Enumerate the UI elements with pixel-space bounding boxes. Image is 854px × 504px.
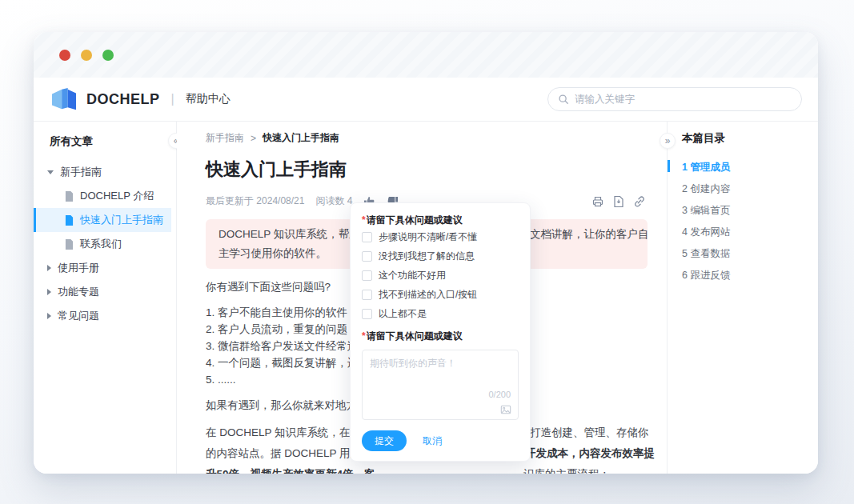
closing-text: 识库的主要流程： <box>523 464 610 474</box>
doc-icon <box>65 191 74 202</box>
sidebar-title: 所有文章 <box>50 134 168 149</box>
feedback-option-row[interactable]: 这个功能不好用 <box>362 266 519 285</box>
expand-toc-icon[interactable]: » <box>660 133 676 149</box>
search-box[interactable] <box>547 87 802 111</box>
tree-label: 常见问题 <box>58 309 99 323</box>
tree-label: 使用手册 <box>58 261 99 275</box>
toc-item-follow-feedback[interactable]: 6 跟进反馈 <box>668 265 818 286</box>
checkbox-label: 步骤说明不清晰/看不懂 <box>379 230 477 244</box>
char-counter: 0/200 <box>488 390 511 399</box>
feedback-option-row[interactable]: 没找到我想了解的信息 <box>362 247 519 266</box>
toc-item-create-content[interactable]: 2 创建内容 <box>668 178 818 200</box>
caret-down-icon <box>47 170 54 174</box>
caret-right-icon <box>47 313 51 319</box>
caret-right-icon <box>47 265 51 271</box>
dialog-section-label: *请留下具体问题或建议 <box>362 214 519 227</box>
sidebar-item-feature-topics[interactable]: 功能专题 <box>34 280 171 304</box>
breadcrumb: 新手指南 > 快速入门上手指南 <box>206 131 648 145</box>
feedback-option-row[interactable]: 以上都不是 <box>362 305 519 323</box>
toc-item-view-data[interactable]: 5 查看数据 <box>668 243 818 265</box>
sidebar-item-xinshou-zhinan[interactable]: 新手指南 <box>34 160 171 184</box>
updated-date: 最后更新于 2024/08/21 <box>206 194 304 208</box>
toc-title: 本篇目录 <box>668 131 818 146</box>
checkbox[interactable] <box>362 290 372 300</box>
article-tree: 新手指南 DOCHELP 介绍 快速入门上手指南 联系我们 使用手册 <box>34 160 176 328</box>
tree-label: 功能专题 <box>58 285 99 299</box>
toc-list: 1 管理成员 2 创建内容 3 编辑首页 4 发布网站 5 查看数据 6 跟进反… <box>668 157 818 286</box>
checkbox-label: 以上都不是 <box>379 307 427 321</box>
checkbox[interactable] <box>362 309 372 319</box>
toc-panel: » 本篇目录 1 管理成员 2 创建内容 3 编辑首页 4 发布网站 5 查看数… <box>667 122 818 474</box>
read-count: 阅读数 4 <box>315 194 352 208</box>
sidebar-item-user-manual[interactable]: 使用手册 <box>34 256 171 280</box>
app-header: DOCHELP | 帮助中心 <box>34 78 818 122</box>
tree-label: 快速入门上手指南 <box>80 213 163 227</box>
page-title: 快速入门上手指南 <box>206 158 648 182</box>
copy-link-icon[interactable] <box>633 195 646 208</box>
brand[interactable]: DOCHELP | 帮助中心 <box>50 87 231 111</box>
sidebar-item-contact-us[interactable]: 联系我们 <box>34 232 171 256</box>
attach-image-icon[interactable] <box>500 404 511 415</box>
checkbox[interactable] <box>362 270 372 281</box>
checkbox[interactable] <box>362 232 372 242</box>
window-titlebar <box>34 32 818 78</box>
cancel-button[interactable]: 取消 <box>423 434 442 448</box>
closing-text: 打造创建、管理、存储你 <box>530 422 649 443</box>
caret-right-icon <box>47 289 51 295</box>
checkbox-label: 没找到我想了解的信息 <box>379 250 475 263</box>
doc-icon <box>65 239 74 250</box>
toc-item-manage-members[interactable]: 1 管理成员 <box>668 157 818 178</box>
print-icon[interactable] <box>591 195 604 208</box>
feedback-textarea[interactable] <box>363 350 518 392</box>
tree-label: 新手指南 <box>60 165 102 179</box>
feedback-option-row[interactable]: 找不到描述的入口/按钮 <box>362 286 519 304</box>
doc-icon <box>65 215 74 226</box>
maximize-window-button[interactable] <box>102 50 114 61</box>
brand-name: DOCHELP <box>86 91 160 108</box>
tree-label: DOCHELP 介绍 <box>80 189 154 203</box>
feedback-option-row[interactable]: 步骤说明不清晰/看不懂 <box>362 228 519 246</box>
sidebar-item-quick-start[interactable]: 快速入门上手指南 <box>34 208 171 232</box>
tree-label: 联系我们 <box>80 237 122 251</box>
checkbox-label: 找不到描述的入口/按钮 <box>379 288 477 302</box>
app-name: 帮助中心 <box>186 92 231 106</box>
brand-divider: | <box>171 92 174 106</box>
toc-item-publish-site[interactable]: 4 发布网站 <box>668 222 818 243</box>
close-window-button[interactable] <box>59 50 70 61</box>
sidebar-item-faq[interactable]: 常见问题 <box>34 304 171 328</box>
dialog-section-label: *请留下具体问题或建议 <box>362 330 519 343</box>
breadcrumb-separator: > <box>251 133 256 144</box>
dochelp-logo-icon <box>50 87 78 111</box>
breadcrumb-current: 快速入门上手指南 <box>263 131 339 145</box>
articles-sidebar: 所有文章 « 新手指南 DOCHELP 介绍 快速入门上手指南 <box>34 122 177 474</box>
toc-item-edit-homepage[interactable]: 3 编辑首页 <box>668 200 818 222</box>
export-doc-icon[interactable] <box>612 195 625 208</box>
required-mark: * <box>362 214 366 226</box>
search-input[interactable] <box>575 94 792 105</box>
browser-window: DOCHELP | 帮助中心 所有文章 « 新手指南 <box>34 32 818 474</box>
submit-button[interactable]: 提交 <box>362 430 407 451</box>
breadcrumb-parent[interactable]: 新手指南 <box>206 131 244 145</box>
checkbox-label: 这个功能不好用 <box>379 269 446 282</box>
required-mark: * <box>362 330 366 342</box>
search-icon <box>558 94 569 105</box>
banner-text: 文档讲解，让你的客户自 <box>530 225 649 244</box>
minimize-window-button[interactable] <box>81 50 92 61</box>
closing-text: 开发成本，内容发布效率提 <box>525 443 655 464</box>
checkbox[interactable] <box>362 251 372 262</box>
sidebar-item-dochelp-intro[interactable]: DOCHELP 介绍 <box>34 184 171 208</box>
feedback-dialog: *请留下具体问题或建议 步骤说明不清晰/看不懂 没找到我想了解的信息 这个功能不… <box>350 202 531 462</box>
feedback-textarea-wrap: 0/200 <box>362 350 519 420</box>
closing-text: 升50倍，视频生产效率更新4倍，客 <box>206 468 375 474</box>
